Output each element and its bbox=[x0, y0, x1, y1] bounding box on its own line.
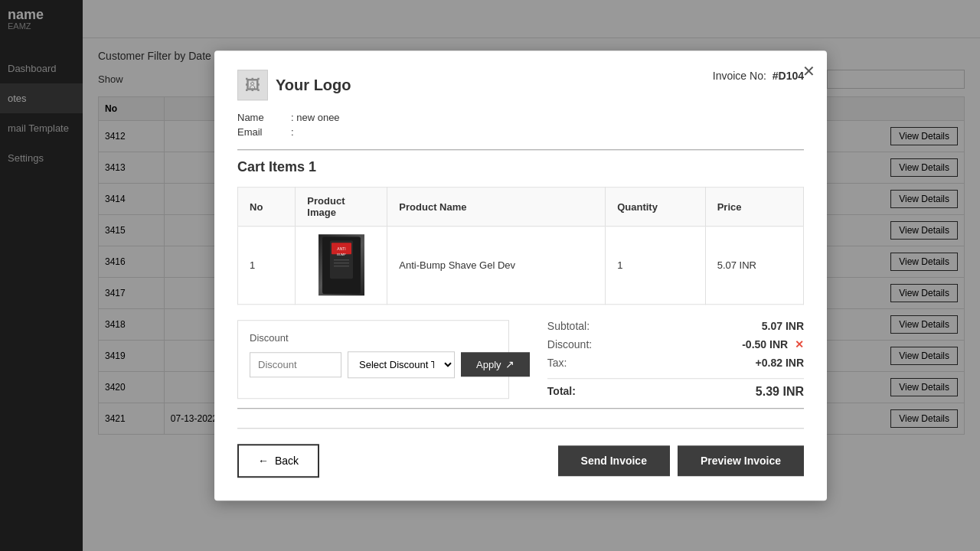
email-value: : bbox=[291, 126, 294, 138]
remove-discount-icon[interactable]: ✕ bbox=[795, 338, 804, 350]
discount-input[interactable] bbox=[250, 352, 341, 377]
preview-invoice-button[interactable]: Preview Invoice bbox=[678, 445, 804, 476]
invoice-label: Invoice No: bbox=[713, 70, 766, 82]
bottom-section: Discount Select Discount Typ Percentage … bbox=[237, 320, 804, 399]
divider-bottom bbox=[237, 408, 804, 409]
cart-row: 1 ANTI BUMP bbox=[238, 227, 804, 305]
svg-rect-5 bbox=[334, 259, 349, 260]
row-quantity: 1 bbox=[606, 227, 706, 305]
total-label: Total: bbox=[547, 385, 576, 399]
invoice-number: Invoice No: #D104 bbox=[713, 70, 804, 82]
cart-title: Cart Items 1 bbox=[237, 159, 804, 175]
invoice-modal: ✕ 🖼 Your Logo Invoice No: #D104 Name : n… bbox=[214, 51, 827, 500]
modal-header: 🖼 Your Logo Invoice No: #D104 bbox=[237, 70, 804, 100]
logo-icon: 🖼 bbox=[237, 70, 268, 100]
discount-label: Discount bbox=[250, 332, 497, 344]
name-value: : new onee bbox=[291, 112, 340, 123]
discount-type-select[interactable]: Select Discount Typ Percentage Fixed bbox=[348, 351, 455, 378]
back-label: Back bbox=[275, 455, 299, 467]
svg-rect-6 bbox=[334, 262, 349, 263]
discount-total-label: Discount: bbox=[547, 338, 592, 350]
discount-controls: Select Discount Typ Percentage Fixed App… bbox=[250, 351, 497, 378]
row-price: 5.07 INR bbox=[705, 227, 803, 305]
apply-icon: ↗ bbox=[505, 358, 514, 370]
close-button[interactable]: ✕ bbox=[802, 62, 815, 80]
send-invoice-button[interactable]: Send Invoice bbox=[558, 445, 670, 476]
row-no: 1 bbox=[238, 227, 296, 305]
cart-table: No Product Image Product Name Quantity P… bbox=[237, 187, 804, 305]
divider-top bbox=[237, 149, 804, 150]
svg-text:BUMP: BUMP bbox=[337, 253, 346, 256]
subtotal-label: Subtotal: bbox=[547, 320, 590, 332]
col-quantity: Quantity bbox=[606, 187, 706, 227]
discount-amount: -0.50 INR bbox=[742, 338, 788, 350]
customer-name-row: Name : new onee bbox=[237, 112, 804, 123]
svg-rect-7 bbox=[334, 266, 349, 266]
logo-image-icon: 🖼 bbox=[245, 77, 260, 94]
tax-value: +0.82 INR bbox=[756, 357, 804, 369]
discount-box: Discount Select Discount Typ Percentage … bbox=[237, 320, 509, 399]
tax-row: Tax: +0.82 INR bbox=[547, 357, 804, 369]
back-icon: ← bbox=[258, 455, 269, 467]
row-product-name: Anti-Bump Shave Gel Dev bbox=[387, 227, 606, 305]
apply-label: Apply bbox=[476, 359, 501, 370]
row-product-image: ANTI BUMP bbox=[296, 227, 387, 305]
total-value: 5.39 INR bbox=[756, 385, 804, 399]
col-product-name: Product Name bbox=[387, 187, 606, 227]
subtotal-value: 5.07 INR bbox=[762, 320, 804, 332]
discount-row: Discount: -0.50 INR ✕ bbox=[547, 338, 804, 350]
totals-box: Subtotal: 5.07 INR Discount: -0.50 INR ✕… bbox=[532, 320, 804, 399]
svg-text:ANTI: ANTI bbox=[337, 246, 345, 251]
discount-total-value: -0.50 INR ✕ bbox=[742, 338, 804, 350]
subtotal-row: Subtotal: 5.07 INR bbox=[547, 320, 804, 332]
invoice-value: #D104 bbox=[773, 70, 804, 82]
product-image-placeholder: ANTI BUMP bbox=[318, 234, 364, 295]
col-product-image: Product Image bbox=[296, 187, 387, 227]
modal-logo: 🖼 Your Logo bbox=[237, 70, 351, 100]
tax-label: Tax: bbox=[547, 357, 567, 369]
customer-email-row: Email : bbox=[237, 126, 804, 138]
apply-button[interactable]: Apply ↗ bbox=[461, 352, 530, 377]
modal-footer: ← Back Send Invoice Preview Invoice bbox=[237, 428, 804, 478]
customer-info: Name : new onee Email : bbox=[237, 112, 804, 138]
logo-label: Your Logo bbox=[276, 77, 351, 94]
name-label: Name bbox=[237, 112, 291, 123]
back-button[interactable]: ← Back bbox=[237, 444, 319, 478]
footer-right-buttons: Send Invoice Preview Invoice bbox=[558, 445, 804, 476]
email-label: Email bbox=[237, 126, 291, 138]
total-row: Total: 5.39 INR bbox=[547, 378, 804, 399]
col-no: No bbox=[238, 187, 296, 227]
col-price: Price bbox=[705, 187, 803, 227]
